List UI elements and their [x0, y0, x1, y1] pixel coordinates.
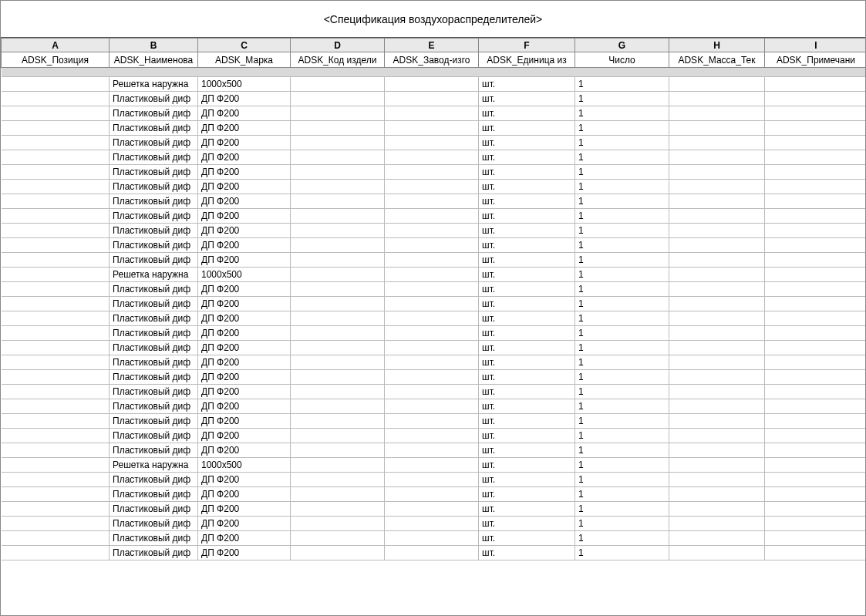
- column-letter-H[interactable]: H: [669, 39, 765, 52]
- table-row[interactable]: Решетка наружна1000x500шт.1: [2, 77, 867, 92]
- cell-C[interactable]: ДП Ф200: [198, 121, 291, 136]
- cell-D[interactable]: [291, 355, 385, 370]
- cell-F[interactable]: шт.: [479, 546, 575, 560]
- cell-F[interactable]: шт.: [479, 92, 575, 106]
- cell-G[interactable]: 1: [575, 429, 669, 443]
- table-row[interactable]: Пластиковый дифДП Ф200шт.1: [2, 180, 867, 194]
- cell-I[interactable]: [765, 487, 867, 502]
- cell-F[interactable]: шт.: [479, 355, 575, 370]
- cell-E[interactable]: [385, 121, 479, 136]
- cell-I[interactable]: [765, 341, 867, 355]
- cell-G[interactable]: 1: [575, 150, 669, 165]
- cell-E[interactable]: [385, 458, 479, 473]
- cell-H[interactable]: [669, 180, 765, 194]
- cell-G[interactable]: 1: [575, 443, 669, 458]
- table-row[interactable]: Пластиковый дифДП Ф200шт.1: [2, 165, 867, 180]
- cell-B[interactable]: Пластиковый диф: [110, 297, 198, 311]
- cell-H[interactable]: [669, 224, 765, 238]
- cell-B[interactable]: Пластиковый диф: [110, 238, 198, 253]
- cell-B[interactable]: Пластиковый диф: [110, 370, 198, 385]
- cell-H[interactable]: [669, 92, 765, 106]
- cell-H[interactable]: [669, 502, 765, 517]
- cell-G[interactable]: 1: [575, 136, 669, 150]
- cell-D[interactable]: [291, 370, 385, 385]
- table-row[interactable]: Пластиковый дифДП Ф200шт.1: [2, 370, 867, 385]
- cell-H[interactable]: [669, 311, 765, 326]
- cell-B[interactable]: Пластиковый диф: [110, 106, 198, 121]
- cell-E[interactable]: [385, 399, 479, 414]
- cell-H[interactable]: [669, 370, 765, 385]
- cell-G[interactable]: 1: [575, 268, 669, 282]
- column-field-H[interactable]: ADSK_Масса_Тек: [669, 52, 765, 68]
- table-row[interactable]: Пластиковый дифДП Ф200шт.1: [2, 253, 867, 268]
- cell-I[interactable]: [765, 92, 867, 106]
- cell-I[interactable]: [765, 194, 867, 209]
- cell-H[interactable]: [669, 106, 765, 121]
- cell-G[interactable]: 1: [575, 209, 669, 224]
- cell-C[interactable]: ДП Ф200: [198, 370, 291, 385]
- cell-C[interactable]: ДП Ф200: [198, 136, 291, 150]
- cell-A[interactable]: [2, 136, 110, 150]
- column-field-F[interactable]: ADSK_Единица из: [479, 52, 575, 68]
- cell-H[interactable]: [669, 297, 765, 311]
- table-row[interactable]: Пластиковый дифДП Ф200шт.1: [2, 194, 867, 209]
- cell-A[interactable]: [2, 106, 110, 121]
- cell-A[interactable]: [2, 458, 110, 473]
- cell-B[interactable]: Пластиковый диф: [110, 487, 198, 502]
- cell-I[interactable]: [765, 106, 867, 121]
- cell-C[interactable]: ДП Ф200: [198, 180, 291, 194]
- cell-E[interactable]: [385, 165, 479, 180]
- cell-F[interactable]: шт.: [479, 531, 575, 546]
- cell-F[interactable]: шт.: [479, 487, 575, 502]
- cell-C[interactable]: 1000x500: [198, 77, 291, 92]
- cell-B[interactable]: Решетка наружна: [110, 458, 198, 473]
- cell-D[interactable]: [291, 443, 385, 458]
- cell-C[interactable]: ДП Ф200: [198, 92, 291, 106]
- cell-A[interactable]: [2, 355, 110, 370]
- cell-D[interactable]: [291, 487, 385, 502]
- cell-D[interactable]: [291, 165, 385, 180]
- cell-D[interactable]: [291, 473, 385, 487]
- cell-A[interactable]: [2, 487, 110, 502]
- cell-H[interactable]: [669, 443, 765, 458]
- cell-C[interactable]: ДП Ф200: [198, 531, 291, 546]
- cell-C[interactable]: ДП Ф200: [198, 194, 291, 209]
- cell-D[interactable]: [291, 224, 385, 238]
- table-row[interactable]: Пластиковый дифДП Ф200шт.1: [2, 443, 867, 458]
- cell-F[interactable]: шт.: [479, 268, 575, 282]
- cell-E[interactable]: [385, 414, 479, 429]
- cell-I[interactable]: [765, 136, 867, 150]
- cell-I[interactable]: [765, 458, 867, 473]
- cell-E[interactable]: [385, 282, 479, 297]
- cell-A[interactable]: [2, 443, 110, 458]
- table-row[interactable]: Пластиковый дифДП Ф200шт.1: [2, 473, 867, 487]
- cell-A[interactable]: [2, 150, 110, 165]
- cell-E[interactable]: [385, 546, 479, 560]
- cell-A[interactable]: [2, 517, 110, 531]
- cell-F[interactable]: шт.: [479, 517, 575, 531]
- cell-B[interactable]: Пластиковый диф: [110, 443, 198, 458]
- cell-B[interactable]: Пластиковый диф: [110, 311, 198, 326]
- cell-F[interactable]: шт.: [479, 209, 575, 224]
- cell-A[interactable]: [2, 326, 110, 341]
- cell-D[interactable]: [291, 253, 385, 268]
- table-row[interactable]: Пластиковый дифДП Ф200шт.1: [2, 385, 867, 399]
- cell-I[interactable]: [765, 297, 867, 311]
- cell-F[interactable]: шт.: [479, 77, 575, 92]
- column-letter-A[interactable]: A: [2, 39, 110, 52]
- cell-H[interactable]: [669, 399, 765, 414]
- cell-B[interactable]: Пластиковый диф: [110, 282, 198, 297]
- table-row[interactable]: Пластиковый дифДП Ф200шт.1: [2, 106, 867, 121]
- cell-F[interactable]: шт.: [479, 165, 575, 180]
- cell-F[interactable]: шт.: [479, 136, 575, 150]
- cell-H[interactable]: [669, 355, 765, 370]
- cell-F[interactable]: шт.: [479, 429, 575, 443]
- cell-E[interactable]: [385, 341, 479, 355]
- cell-C[interactable]: ДП Ф200: [198, 502, 291, 517]
- cell-F[interactable]: шт.: [479, 443, 575, 458]
- cell-C[interactable]: ДП Ф200: [198, 355, 291, 370]
- cell-C[interactable]: ДП Ф200: [198, 224, 291, 238]
- cell-G[interactable]: 1: [575, 282, 669, 297]
- cell-I[interactable]: [765, 311, 867, 326]
- cell-C[interactable]: ДП Ф200: [198, 326, 291, 341]
